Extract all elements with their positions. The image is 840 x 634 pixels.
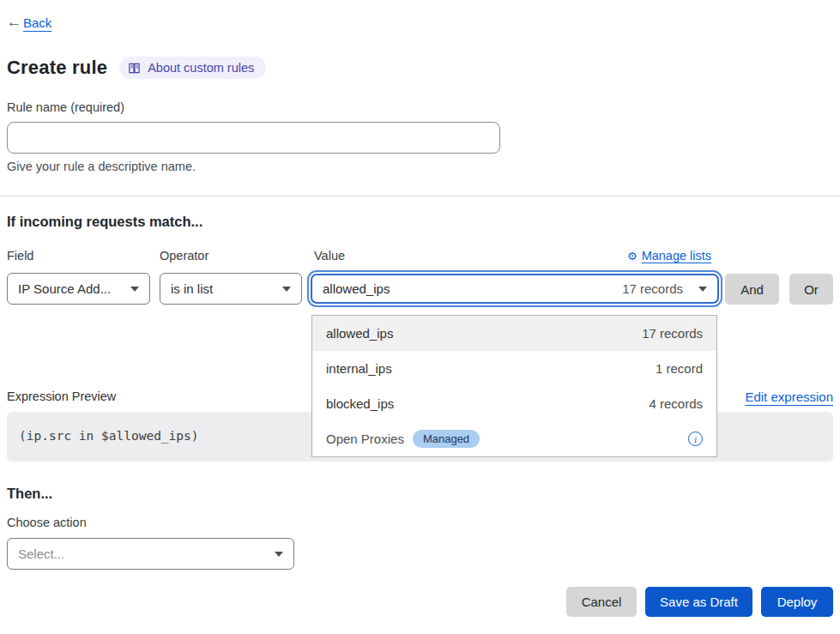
book-icon — [128, 62, 141, 75]
and-button[interactable]: And — [725, 274, 779, 305]
list-option-records: 17 records — [642, 326, 703, 341]
page-title: Create rule — [7, 57, 107, 79]
back-link-label: Back — [23, 15, 51, 30]
list-option-internal-ips[interactable]: internal_ips 1 record — [312, 351, 716, 386]
expression-preview-label: Expression Preview — [7, 389, 116, 403]
rule-name-helper: Give your rule a descriptive name. — [7, 160, 196, 173]
value-combobox[interactable]: allowed_ips 17 records — [311, 274, 719, 304]
chevron-down-icon — [282, 287, 291, 292]
field-select[interactable]: IP Source Add... — [7, 273, 150, 305]
match-section-heading: If incoming requests match... — [7, 214, 202, 230]
then-section-heading: Then... — [7, 486, 52, 502]
value-combobox-value: allowed_ips — [323, 281, 390, 296]
gear-icon: ⚙ — [627, 250, 638, 263]
action-select-placeholder: Select... — [18, 546, 64, 561]
or-button[interactable]: Or — [789, 274, 833, 305]
choose-action-label: Choose action — [7, 516, 87, 529]
expression-code: (ip.src in $allowed_ips) — [19, 429, 199, 443]
deploy-button[interactable]: Deploy — [761, 587, 833, 617]
title-row: Create rule About custom rules — [7, 57, 266, 79]
chevron-down-icon — [275, 552, 283, 557]
back-arrow-icon: ← — [7, 14, 21, 31]
rule-name-input[interactable] — [7, 122, 500, 154]
about-custom-rules-link[interactable]: About custom rules — [119, 57, 266, 79]
operator-label: Operator — [160, 249, 208, 263]
manage-lists-link[interactable]: ⚙ Manage lists — [627, 249, 711, 263]
edit-expression-link[interactable]: Edit expression — [745, 389, 833, 404]
value-combobox-meta: 17 records — [622, 281, 683, 296]
list-option-records: 4 records — [649, 396, 703, 411]
value-label: Value — [314, 249, 345, 263]
info-icon[interactable]: i — [688, 432, 703, 446]
list-option-records: 1 record — [656, 361, 703, 376]
field-label: Field — [7, 249, 33, 263]
operator-select[interactable]: is in list — [160, 273, 302, 305]
about-badge-label: About custom rules — [148, 61, 254, 75]
chevron-down-icon[interactable] — [698, 287, 707, 292]
back-link[interactable]: ← Back — [7, 14, 51, 31]
create-rule-page: ← Back Create rule About custom rules Ru… — [0, 0, 840, 634]
section-divider — [0, 196, 840, 196]
managed-badge: Managed — [413, 430, 480, 448]
list-option-name: internal_ips — [326, 361, 392, 376]
cancel-button[interactable]: Cancel — [566, 587, 637, 617]
manage-lists-label: Manage lists — [642, 249, 711, 263]
chevron-down-icon — [130, 287, 139, 292]
action-select[interactable]: Select... — [7, 538, 294, 570]
list-option-name: Open Proxies — [326, 432, 404, 446]
list-option-blocked-ips[interactable]: blocked_ips 4 records — [312, 386, 716, 421]
list-option-name: blocked_ips — [326, 396, 394, 411]
operator-select-value: is in list — [171, 281, 213, 296]
field-select-value: IP Source Add... — [18, 281, 111, 296]
rule-name-label: Rule name (required) — [7, 100, 124, 114]
list-option-name: allowed_ips — [326, 326, 393, 341]
list-dropdown-panel: allowed_ips 17 records internal_ips 1 re… — [311, 315, 717, 457]
list-option-allowed-ips[interactable]: allowed_ips 17 records — [312, 316, 716, 351]
list-option-open-proxies[interactable]: Open Proxies Managed i — [312, 421, 716, 456]
save-as-draft-button[interactable]: Save as Draft — [645, 587, 752, 617]
